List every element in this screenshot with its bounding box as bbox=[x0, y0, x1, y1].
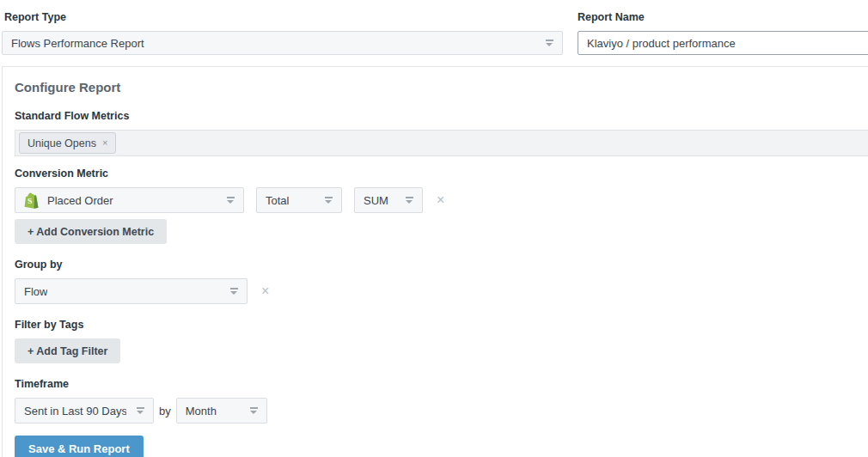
timeframe-row: Sent in Last 90 Days by Month bbox=[15, 398, 868, 423]
chevron-down-icon bbox=[250, 407, 258, 414]
conversion-metric-selected: S Placed Order bbox=[24, 192, 113, 209]
group-by-label: Group by bbox=[15, 259, 868, 271]
conversion-metric-row: S Placed Order Total SUM × bbox=[15, 187, 868, 213]
standard-flow-metrics-label: Standard Flow Metrics bbox=[15, 110, 868, 122]
timeframe-label: Timeframe bbox=[15, 378, 868, 390]
remove-group-by-icon[interactable]: × bbox=[261, 284, 269, 298]
tag-remove-icon[interactable]: × bbox=[102, 138, 107, 148]
conversion-aggregation-select[interactable]: SUM bbox=[354, 187, 423, 213]
chevron-down-icon bbox=[230, 288, 238, 295]
add-tag-filter-button[interactable]: + Add Tag Filter bbox=[15, 338, 120, 363]
conversion-type-select[interactable]: Total bbox=[256, 187, 342, 213]
filter-by-tags-label: Filter by Tags bbox=[15, 319, 868, 331]
add-tag-filter-wrap: + Add Tag Filter bbox=[15, 338, 868, 363]
conversion-type-value: Total bbox=[266, 194, 289, 207]
svg-text:S: S bbox=[28, 196, 33, 204]
report-header-row: Report Type Flows Performance Report Rep… bbox=[0, 11, 868, 55]
report-builder-page: Report Type Flows Performance Report Rep… bbox=[0, 0, 868, 457]
timeframe-by-label: by bbox=[159, 405, 171, 417]
save-run-report-button[interactable]: Save & Run Report bbox=[15, 436, 144, 457]
group-by-select[interactable]: Flow bbox=[15, 278, 248, 304]
add-conversion-metric-button[interactable]: + Add Conversion Metric bbox=[15, 219, 167, 244]
add-conversion-metric-wrap: + Add Conversion Metric bbox=[15, 219, 868, 244]
timeframe-interval-value: Month bbox=[186, 405, 217, 417]
conversion-metric-label: Conversion Metric bbox=[15, 168, 868, 180]
timeframe-range-value: Sent in Last 90 Days bbox=[24, 405, 126, 417]
metric-tag-label: Unique Opens bbox=[28, 137, 96, 149]
report-name-group: Report Name bbox=[578, 11, 868, 55]
configure-report-panel: Configure Report Standard Flow Metrics U… bbox=[2, 66, 868, 457]
report-name-label: Report Name bbox=[578, 11, 868, 23]
report-type-value: Flows Performance Report bbox=[11, 37, 144, 50]
report-name-input[interactable] bbox=[578, 31, 868, 55]
chevron-down-icon bbox=[546, 40, 553, 46]
group-by-row: Flow × bbox=[15, 278, 868, 304]
conversion-aggregation-value: SUM bbox=[364, 194, 388, 207]
chevron-down-icon bbox=[406, 197, 413, 204]
conversion-metric-value: Placed Order bbox=[47, 194, 113, 207]
remove-conversion-metric-icon[interactable]: × bbox=[437, 193, 444, 207]
report-type-label: Report Type bbox=[4, 11, 563, 23]
group-by-value: Flow bbox=[24, 285, 47, 298]
report-type-select[interactable]: Flows Performance Report bbox=[2, 31, 563, 55]
timeframe-range-select[interactable]: Sent in Last 90 Days bbox=[15, 398, 154, 423]
standard-flow-metrics-field[interactable]: Unique Opens × bbox=[15, 130, 868, 156]
metric-tag-unique-opens: Unique Opens × bbox=[19, 132, 116, 154]
timeframe-interval-select[interactable]: Month bbox=[176, 398, 267, 423]
chevron-down-icon bbox=[227, 197, 235, 204]
shopify-bag-icon: S bbox=[24, 192, 39, 209]
conversion-metric-select[interactable]: S Placed Order bbox=[15, 187, 244, 213]
chevron-down-icon bbox=[137, 407, 144, 414]
panel-title: Configure Report bbox=[15, 80, 868, 94]
chevron-down-icon bbox=[325, 197, 333, 204]
report-type-group: Report Type Flows Performance Report bbox=[2, 11, 563, 55]
